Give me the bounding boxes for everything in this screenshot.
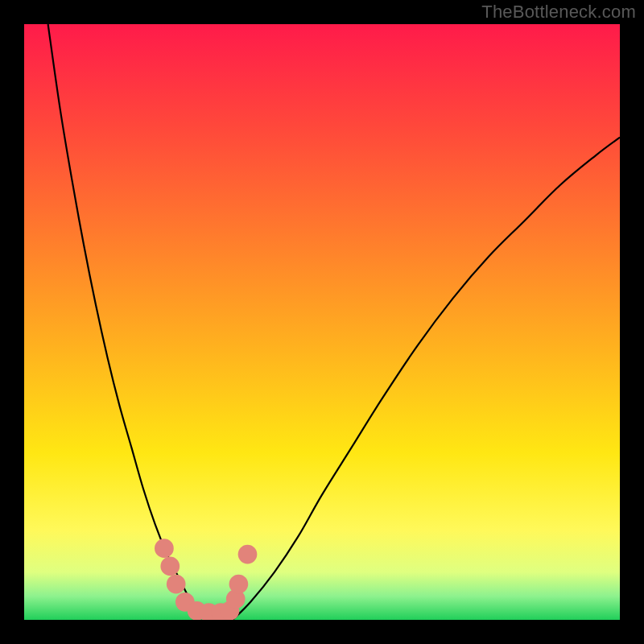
chart-frame: TheBottleneck.com: [0, 0, 644, 644]
data-marker: [160, 557, 180, 576]
left-curve: [48, 24, 200, 620]
right-curve: [233, 138, 620, 620]
data-marker: [167, 575, 186, 594]
data-marker: [229, 575, 249, 594]
marker-group: [155, 539, 257, 620]
chart-svg: [24, 24, 620, 620]
data-marker: [238, 545, 258, 564]
watermark-text: TheBottleneck.com: [481, 2, 636, 23]
data-marker: [155, 539, 174, 558]
plot-area: [24, 24, 620, 620]
